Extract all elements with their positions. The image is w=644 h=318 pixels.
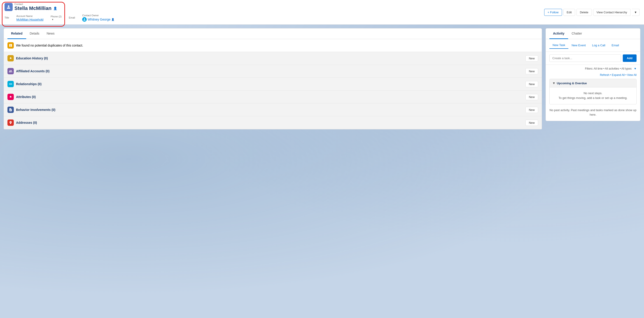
section-left-0: Education History (0) — [8, 55, 48, 62]
tab-activity[interactable]: Activity — [550, 28, 568, 39]
actions-dropdown-button[interactable]: ▼ — [632, 9, 640, 16]
no-steps-text: No next steps. — [584, 92, 602, 95]
contact-label-group: Contact Stella McMillian 👤 — [14, 3, 57, 11]
section-title-1: Affiliated Accounts (0) — [16, 69, 50, 73]
contact-type-label: Contact — [14, 3, 57, 6]
log-call-button[interactable]: Log a Call — [589, 42, 608, 49]
upcoming-header[interactable]: ▼ Upcoming & Overdue — [550, 79, 636, 88]
add-task-button[interactable]: Add — [623, 54, 636, 62]
duplicate-icon — [8, 42, 14, 48]
header-actions: + Follow Edit Delete View Contact Hierar… — [544, 9, 640, 16]
filters-row: Filters: All time • All activities • All… — [546, 65, 640, 72]
upcoming-section: ▼ Upcoming & Overdue No next steps. To g… — [550, 79, 636, 104]
contact-type-row: Contact Stella McMillian 👤 — [4, 3, 114, 11]
account-name-field: Account Name McMillian Household — [16, 15, 43, 21]
section-left-1: Affiliated Accounts (0) — [8, 68, 50, 74]
duplicate-notice: We found no potential duplicates of this… — [4, 39, 542, 52]
follow-button[interactable]: + Follow — [544, 9, 562, 16]
phone-dropdown-icon[interactable]: ▼ — [52, 18, 54, 21]
section-row: Addresses (0) New — [4, 116, 542, 129]
contact-name-row: Stella McMillian 👤 — [14, 6, 57, 11]
upcoming-hint-text: To get things moving, add a task or set … — [559, 96, 628, 100]
section-icon-0 — [8, 55, 14, 62]
contact-owner-field: Contact Owner Whitney George 👤 — [82, 14, 114, 22]
phone-field: Phone (2) ▼ — [50, 15, 62, 21]
section-left-3: Attributes (0) — [8, 94, 36, 100]
account-name-value[interactable]: McMillian Household — [16, 18, 43, 21]
section-title-2: Relationships (0) — [16, 82, 42, 86]
title-label: Title — [4, 16, 9, 19]
account-name-label: Account Name — [16, 15, 43, 18]
delete-button[interactable]: Delete — [576, 9, 592, 16]
new-button-3[interactable]: New — [526, 94, 538, 100]
phone-label: Phone (2) — [50, 15, 62, 18]
right-tabs: Activity Chatter — [546, 28, 640, 39]
left-panel: Related Details News We found no potenti… — [4, 28, 542, 130]
past-activity: No past activity. Past meetings and task… — [546, 104, 640, 121]
new-task-button[interactable]: New Task — [550, 42, 568, 49]
section-title-0: Education History (0) — [16, 56, 48, 60]
tab-chatter[interactable]: Chatter — [568, 28, 586, 39]
section-title-3: Attributes (0) — [16, 95, 36, 99]
refresh-link[interactable]: Refresh — [600, 74, 610, 76]
section-left-2: Relationships (0) — [8, 81, 42, 87]
contact-icon — [4, 3, 13, 11]
section-icon-3 — [8, 94, 14, 100]
contact-owner-value[interactable]: Whitney George 👤 — [82, 17, 114, 22]
section-left-5: Addresses (0) — [8, 120, 37, 126]
email-label: Email — [69, 16, 75, 19]
tab-news[interactable]: News — [43, 28, 58, 39]
section-row: Behavior Involvements (0) New — [4, 104, 542, 116]
new-button-5[interactable]: New — [526, 120, 538, 126]
task-input-row: Add — [546, 52, 640, 65]
section-icon-4 — [8, 106, 14, 113]
phone-row[interactable]: ▼ — [50, 18, 62, 21]
contact-owner-label: Contact Owner — [82, 14, 114, 17]
view-hierarchy-button[interactable]: View Contact Hierarchy — [593, 9, 631, 16]
activity-actions: New Task New Event Log a Call Email — [546, 39, 640, 52]
filters-text: Filters: All time • All activities • All… — [585, 67, 632, 70]
email-button[interactable]: Email — [608, 42, 622, 49]
section-row: Education History (0) New — [4, 52, 542, 65]
right-panel: Activity Chatter New Task New Event Log … — [546, 28, 640, 121]
tab-details[interactable]: Details — [26, 28, 43, 39]
edit-name-icon[interactable]: 👤 — [53, 6, 57, 10]
title-field: Title — [4, 16, 9, 20]
page-header: Contact Stella McMillian 👤 Title Account… — [0, 0, 644, 24]
expand-all-link[interactable]: Expand All — [612, 74, 625, 76]
separator-1: • — [610, 74, 612, 76]
upcoming-title: Upcoming & Overdue — [557, 82, 587, 85]
section-row: Relationships (0) New — [4, 78, 542, 90]
upcoming-chevron-icon: ▼ — [552, 81, 556, 85]
section-title-4: Behavior Involvements (0) — [16, 108, 55, 112]
new-button-2[interactable]: New — [526, 81, 538, 87]
edit-button[interactable]: Edit — [564, 9, 575, 16]
upcoming-body: No next steps. To get things moving, add… — [550, 88, 636, 104]
section-icon-5 — [8, 120, 14, 126]
owner-name: Whitney George — [88, 18, 110, 21]
links-row: Refresh • Expand All • View All — [546, 72, 640, 79]
new-button-0[interactable]: New — [526, 55, 538, 62]
email-field: Email — [69, 16, 75, 20]
new-button-4[interactable]: New — [526, 107, 538, 113]
owner-icon: 👤 — [111, 18, 114, 21]
header-meta: Title Account Name McMillian Household P… — [4, 14, 114, 22]
left-tabs: Related Details News — [4, 28, 542, 39]
contact-name: Stella McMillian — [14, 6, 52, 11]
section-icon-2 — [8, 81, 14, 87]
owner-avatar — [82, 17, 87, 22]
new-button-1[interactable]: New — [526, 68, 538, 74]
task-input[interactable] — [550, 54, 621, 62]
past-activity-text: No past activity. Past meetings and task… — [550, 108, 636, 116]
new-event-button[interactable]: New Event — [568, 42, 589, 49]
main-content: Related Details News We found no potenti… — [0, 24, 644, 133]
section-left-4: Behavior Involvements (0) — [8, 106, 55, 113]
tab-related[interactable]: Related — [8, 28, 26, 39]
sections-container: Education History (0) New Affiliated Acc… — [4, 52, 542, 129]
section-row: Attributes (0) New — [4, 90, 542, 104]
duplicate-text: We found no potential duplicates of this… — [16, 44, 83, 47]
section-row: Affiliated Accounts (0) New — [4, 65, 542, 78]
view-all-link[interactable]: View All — [627, 74, 636, 76]
filter-icon[interactable]: ▼ — [634, 67, 636, 70]
section-title-5: Addresses (0) — [16, 121, 37, 124]
